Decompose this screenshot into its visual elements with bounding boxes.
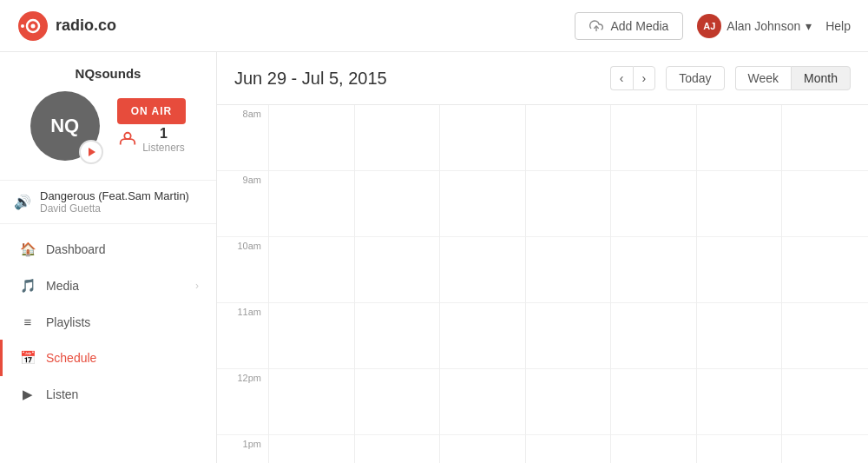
day-cell[interactable] xyxy=(697,237,782,303)
station-avatar-row: NQ ON AIR 1 xyxy=(14,91,202,161)
day-cell[interactable] xyxy=(355,435,440,463)
day-cell[interactable] xyxy=(611,171,696,237)
music-icon: 🎵 xyxy=(20,278,36,294)
day-cell[interactable] xyxy=(440,303,525,369)
month-view-button[interactable]: Month xyxy=(791,66,851,90)
track-artist: David Guetta xyxy=(40,202,189,215)
day-cell[interactable] xyxy=(697,105,782,171)
day-cell[interactable] xyxy=(611,369,696,435)
sidebar-item-playlists[interactable]: ≡ Playlists xyxy=(0,304,216,340)
day-cell[interactable] xyxy=(611,105,696,171)
chevron-down-icon: ▾ xyxy=(806,19,812,33)
main-layout: NQsounds NQ ON AIR xyxy=(0,52,868,463)
sidebar-item-label: Schedule xyxy=(46,351,96,365)
today-button[interactable]: Today xyxy=(666,66,724,90)
station-area: NQsounds NQ ON AIR xyxy=(0,52,216,181)
nav-arrows: ‹ › xyxy=(610,66,655,90)
play-icon xyxy=(86,147,96,157)
day-cell[interactable] xyxy=(782,237,868,303)
sidebar: NQsounds NQ ON AIR xyxy=(0,52,217,463)
day-cell[interactable] xyxy=(355,171,440,237)
add-media-button[interactable]: Add Media xyxy=(575,12,683,40)
day-cell[interactable] xyxy=(697,171,782,237)
day-cell[interactable] xyxy=(269,435,354,463)
day-col-4 xyxy=(526,105,612,463)
day-cell[interactable] xyxy=(440,237,525,303)
user-menu[interactable]: AJ Alan Johnson ▾ xyxy=(697,14,812,38)
listeners-count: 1 xyxy=(142,126,185,142)
listeners-area: 1 Listeners xyxy=(118,126,185,154)
day-cell[interactable] xyxy=(526,435,611,463)
day-cell[interactable] xyxy=(440,105,525,171)
week-view-button[interactable]: Week xyxy=(735,66,792,90)
on-air-button[interactable]: ON AIR xyxy=(117,98,187,124)
svg-point-2 xyxy=(31,23,36,28)
time-column: 8am 9am 10am 11am 12pm 1pm xyxy=(217,105,269,463)
day-cell[interactable] xyxy=(269,105,354,171)
add-media-label: Add Media xyxy=(610,19,668,33)
calendar-grid: 8am 9am 10am 11am 12pm 1pm xyxy=(217,105,868,463)
day-cell[interactable] xyxy=(611,435,696,463)
day-cell[interactable] xyxy=(526,369,611,435)
day-cell[interactable] xyxy=(526,237,611,303)
day-col-2 xyxy=(355,105,441,463)
day-cell[interactable] xyxy=(355,237,440,303)
sidebar-item-label: Media xyxy=(46,279,79,293)
calendar-body: 8am 9am 10am 11am 12pm 1pm xyxy=(217,105,868,463)
day-cell[interactable] xyxy=(355,369,440,435)
day-col-6 xyxy=(697,105,783,463)
help-link[interactable]: Help xyxy=(825,19,851,33)
sidebar-item-label: Dashboard xyxy=(46,242,106,256)
day-cell[interactable] xyxy=(697,435,782,463)
user-name: Alan Johnson xyxy=(727,19,800,33)
day-cell[interactable] xyxy=(355,303,440,369)
day-cell[interactable] xyxy=(526,105,611,171)
days-grid xyxy=(269,105,868,463)
day-cell[interactable] xyxy=(526,171,611,237)
day-cell[interactable] xyxy=(697,369,782,435)
track-info: Dangerous (Feat.Sam Martin) David Guetta xyxy=(40,189,189,215)
day-cell[interactable] xyxy=(697,303,782,369)
calendar-icon: 📅 xyxy=(20,350,36,366)
day-cell[interactable] xyxy=(782,369,868,435)
day-cell[interactable] xyxy=(269,171,354,237)
svg-rect-3 xyxy=(21,24,24,28)
logo-area: radio.co xyxy=(17,10,116,42)
day-cell[interactable] xyxy=(440,369,525,435)
listeners-icon xyxy=(118,130,137,149)
day-cell[interactable] xyxy=(782,303,868,369)
day-cell[interactable] xyxy=(526,303,611,369)
play-button[interactable] xyxy=(79,140,103,164)
day-col-5 xyxy=(611,105,697,463)
day-cell[interactable] xyxy=(440,435,525,463)
view-buttons: Week Month xyxy=(735,66,851,90)
play-nav-icon: ▶ xyxy=(20,387,36,402)
svg-point-6 xyxy=(124,133,130,139)
day-cell[interactable] xyxy=(355,105,440,171)
listeners-label: Listeners xyxy=(142,142,185,154)
sidebar-nav: 🏠 Dashboard 🎵 Media › ≡ Playlists 📅 Sche… xyxy=(0,224,216,463)
sidebar-item-listen[interactable]: ▶ Listen xyxy=(0,376,216,413)
avatar: AJ xyxy=(697,14,721,38)
day-cell[interactable] xyxy=(782,105,868,171)
day-cell[interactable] xyxy=(611,237,696,303)
svg-marker-5 xyxy=(89,148,95,156)
day-cell[interactable] xyxy=(782,435,868,463)
sidebar-item-label: Playlists xyxy=(46,315,90,329)
speaker-icon: 🔊 xyxy=(14,194,31,210)
logo-icon xyxy=(17,10,49,42)
next-button[interactable]: › xyxy=(633,66,656,90)
day-cell[interactable] xyxy=(440,171,525,237)
sidebar-item-dashboard[interactable]: 🏠 Dashboard xyxy=(0,231,216,268)
day-cell[interactable] xyxy=(269,369,354,435)
day-cell[interactable] xyxy=(782,171,868,237)
sidebar-item-schedule[interactable]: 📅 Schedule xyxy=(0,340,216,376)
sidebar-item-media[interactable]: 🎵 Media › xyxy=(0,268,216,304)
prev-button[interactable]: ‹ xyxy=(610,66,633,90)
day-cell[interactable] xyxy=(611,303,696,369)
logo-text: radio.co xyxy=(56,17,116,35)
day-cell[interactable] xyxy=(269,237,354,303)
top-nav-right: Add Media AJ Alan Johnson ▾ Help xyxy=(575,12,851,40)
day-cell[interactable] xyxy=(269,303,354,369)
upload-icon xyxy=(589,19,603,33)
